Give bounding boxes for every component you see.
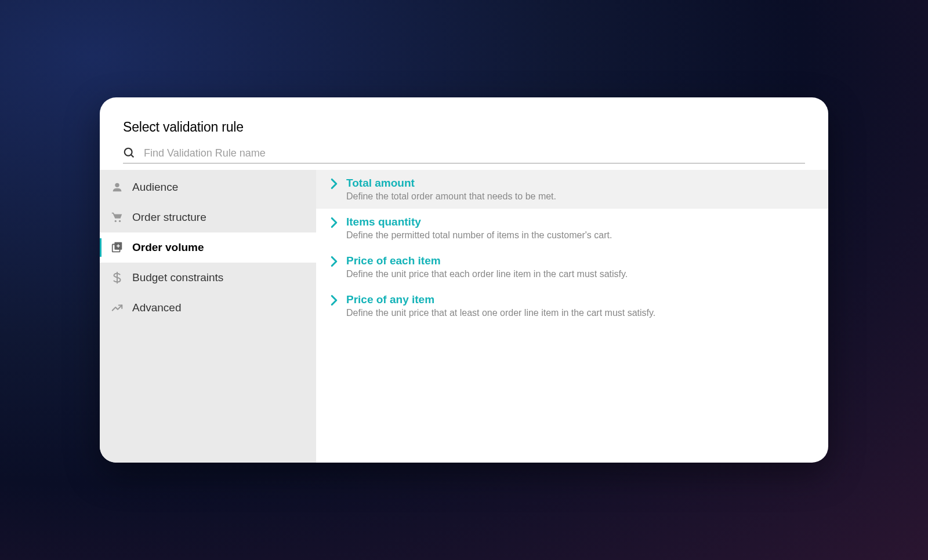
- rule-title: Items quantity: [346, 216, 612, 228]
- svg-line-1: [131, 155, 134, 158]
- rule-text: Total amount Define the total order amou…: [346, 177, 556, 202]
- rule-item-items-quantity[interactable]: Items quantity Define the permitted tota…: [316, 209, 828, 248]
- sidebar-item-advanced[interactable]: Advanced: [100, 293, 316, 323]
- rule-text: Price of each item Define the unit price…: [346, 254, 628, 279]
- sidebar-item-order-structure[interactable]: Order structure: [100, 202, 316, 232]
- rule-description: Define the unit price that each order li…: [346, 269, 628, 279]
- rule-description: Define the total order amount that needs…: [346, 191, 556, 202]
- dialog-title: Select validation rule: [123, 119, 805, 135]
- trend-icon: [110, 301, 124, 315]
- chevron-right-icon: [330, 217, 338, 228]
- dialog-header: Select validation rule: [100, 97, 828, 147]
- svg-point-0: [125, 148, 132, 156]
- rule-title: Price of each item: [346, 254, 628, 267]
- rule-list: Total amount Define the total order amou…: [316, 170, 828, 463]
- rule-item-total-amount[interactable]: Total amount Define the total order amou…: [316, 170, 828, 209]
- rule-title: Price of any item: [346, 293, 655, 306]
- search-container: [123, 147, 805, 163]
- svg-point-4: [119, 220, 121, 222]
- category-sidebar: Audience Order structure: [100, 170, 316, 463]
- svg-point-2: [115, 183, 119, 187]
- cart-icon: [110, 210, 124, 224]
- sidebar-item-label: Order structure: [132, 211, 206, 224]
- rule-item-price-any-item[interactable]: Price of any item Define the unit price …: [316, 286, 828, 325]
- sidebar-item-label: Audience: [132, 181, 178, 194]
- dollar-icon: [110, 271, 124, 285]
- dialog-body: Audience Order structure: [100, 170, 828, 463]
- validation-rule-dialog: Select validation rule Audie: [100, 97, 828, 463]
- search-row: [100, 147, 828, 170]
- search-input[interactable]: [144, 147, 805, 159]
- chevron-right-icon: [330, 256, 338, 267]
- chevron-right-icon: [330, 294, 338, 306]
- sidebar-item-order-volume[interactable]: Order volume: [100, 232, 316, 263]
- person-icon: [110, 180, 124, 194]
- add-box-icon: [110, 241, 124, 254]
- search-icon: [123, 147, 136, 159]
- chevron-right-icon: [330, 178, 338, 190]
- rule-title: Total amount: [346, 177, 556, 190]
- rule-description: Define the permitted total number of ite…: [346, 230, 612, 241]
- sidebar-item-audience[interactable]: Audience: [100, 172, 316, 202]
- svg-point-3: [115, 220, 117, 222]
- sidebar-item-label: Advanced: [132, 301, 182, 314]
- rule-text: Price of any item Define the unit price …: [346, 293, 655, 318]
- rule-text: Items quantity Define the permitted tota…: [346, 216, 612, 241]
- rule-item-price-each-item[interactable]: Price of each item Define the unit price…: [316, 248, 828, 286]
- sidebar-item-label: Order volume: [132, 241, 204, 254]
- sidebar-item-budget-constraints[interactable]: Budget constraints: [100, 263, 316, 293]
- sidebar-item-label: Budget constraints: [132, 271, 223, 284]
- rule-description: Define the unit price that at least one …: [346, 308, 655, 318]
